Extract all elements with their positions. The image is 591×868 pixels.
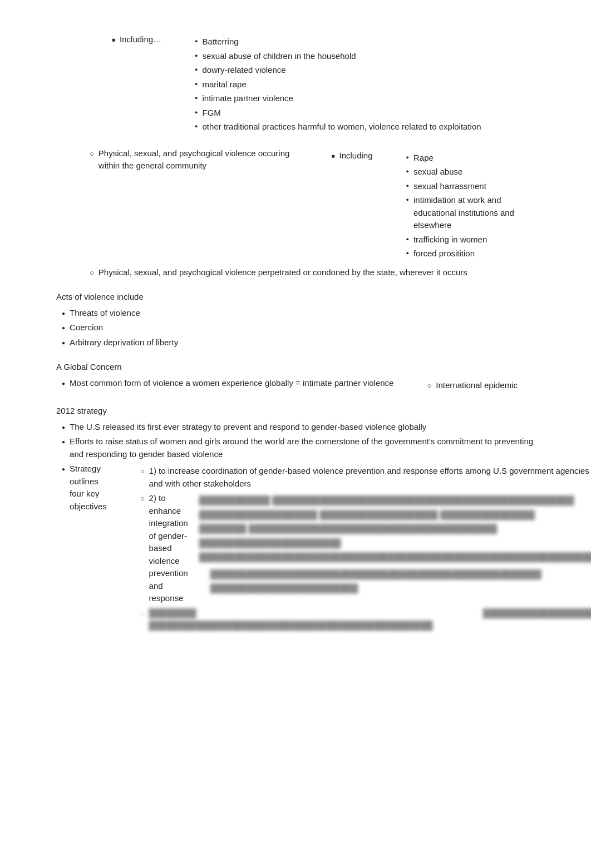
l1-bullet-item: sexual abuse of children in the househol… — [184, 50, 481, 63]
strategy-section: 2012 strategy The U.S released its first… — [56, 405, 535, 634]
strategy-sub-text: 1) to increase coordination of gender-ba… — [149, 465, 591, 490]
strategy-list-item: Efforts to raise status of women and gir… — [56, 435, 535, 460]
including-square-2: Including Rapesexual abusesexual harrass… — [298, 150, 535, 264]
l2-bullet-text: Rape — [413, 152, 434, 165]
strategy-item-text: Strategy outlines four key objectives — [70, 463, 107, 513]
l1-bullet-item: other traditional practices harmful to w… — [184, 121, 481, 133]
including-item: Including… Batterringsexual abuse of chi… — [101, 33, 535, 135]
l2-bullet-item: trafficking in women — [395, 234, 535, 246]
l1-bullet-item: intimate partner violence — [184, 92, 481, 105]
global-title: A Global Concern — [56, 361, 535, 374]
circle-list-1: Physical, sexual, and psychogical violen… — [78, 147, 535, 279]
l1-bullet-text: intimate partner violence — [203, 92, 293, 105]
l1-bullet-item: marital rape — [184, 78, 481, 91]
l1-bullet-item: dowry-related violence — [184, 64, 481, 77]
blurred-list-item: ████████ ███████████████████████████████… — [129, 607, 591, 632]
including-square-list: Including… Batterringsexual abuse of chi… — [101, 33, 535, 135]
strategy-title: 2012 strategy — [56, 405, 535, 418]
circle-item-2: Physical, sexual, and psychogical violen… — [78, 266, 535, 279]
including-label-2: Including — [339, 150, 372, 162]
level2-bullet-list: Rapesexual abusesexual harrassmentintimi… — [373, 152, 535, 262]
l2-bullet-text: sexual abuse — [413, 166, 462, 178]
global-sub-text: International epidemic — [436, 379, 518, 392]
l1-bullet-text: FGM — [203, 107, 221, 120]
l1-bullet-text: other traditional practices harmful to w… — [203, 121, 481, 133]
l2-bullet-text: intimidation at work and educational ins… — [413, 194, 535, 232]
l2-bullet-item: Rape — [395, 152, 535, 165]
circle-item-1: Physical, sexual, and psychogical violen… — [78, 147, 535, 264]
circle-section-1: Physical, sexual, and psychogical violen… — [56, 147, 535, 279]
l2-bullet-text: forced prositition — [413, 247, 475, 260]
l1-bullet-text: dowry-related violence — [203, 64, 286, 77]
l2-bullet-text: sexual harrassment — [413, 180, 486, 193]
including-bullet-list: Batterringsexual abuse of children in th… — [161, 36, 481, 135]
global-sub-list: International epidemic — [393, 379, 518, 394]
strategy-sub-item: 1) to increase coordination of gender-ba… — [129, 465, 591, 490]
acts-item-text: Arbitrary deprivation of liberty — [70, 336, 178, 349]
circle-label-1: Physical, sexual, and psychogical violen… — [98, 147, 298, 172]
l1-bullet-item: FGM — [184, 107, 481, 120]
document-content: Including… Batterringsexual abuse of chi… — [56, 33, 535, 634]
strategy-list-item: Strategy outlines four key objectives1) … — [56, 463, 535, 634]
strategy-item-text: Efforts to raise status of women and gir… — [70, 435, 535, 460]
including-section: Including… Batterringsexual abuse of chi… — [56, 33, 535, 135]
acts-list: Threats of violenceCoercionArbitrary dep… — [56, 307, 535, 349]
including-item-2: Including Rapesexual abusesexual harrass… — [320, 150, 535, 262]
strategy-sub-list: 1) to increase coordination of gender-ba… — [107, 465, 591, 634]
acts-item-text: Threats of violence — [70, 307, 140, 320]
acts-list-item: Coercion — [56, 321, 535, 334]
strategy-list-item: The U.S released its first ever strategy… — [56, 421, 535, 434]
l2-bullet-text: trafficking in women — [413, 234, 487, 246]
l1-bullet-text: Batterring — [203, 36, 239, 48]
global-sub-item: International epidemic — [416, 379, 518, 392]
including-label: Including… — [120, 33, 161, 46]
strategy-item-text: The U.S released its first ever strategy… — [70, 421, 426, 434]
l2-bullet-item: sexual harrassment — [395, 180, 535, 193]
acts-section: Acts of violence include Threats of viol… — [56, 291, 535, 349]
global-list: Most common form of violence a women exp… — [56, 377, 535, 394]
l1-bullet-item: Batterring — [184, 36, 481, 48]
circle-label-2: Physical, sexual, and psychogical violen… — [98, 266, 467, 279]
l1-bullet-text: marital rape — [203, 78, 247, 91]
l2-bullet-item: forced prositition — [395, 247, 535, 260]
strategy-sub-item: 2) to enhance integration of gender-base… — [129, 492, 591, 605]
global-item-1: Most common form of violence a women exp… — [56, 377, 535, 394]
l2-bullet-item: intimidation at work and educational ins… — [395, 194, 535, 232]
blurred-content: ████████████ ███████████████████████████… — [188, 494, 591, 597]
global-text-1: Most common form of violence a women exp… — [70, 377, 393, 390]
strategy-list: The U.S released its first ever strategy… — [56, 421, 535, 634]
acts-list-item: Arbitrary deprivation of liberty — [56, 336, 535, 349]
l2-bullet-item: sexual abuse — [395, 166, 535, 178]
acts-list-item: Threats of violence — [56, 307, 535, 320]
blurred-text: ████████ ███████████████████████████████… — [149, 607, 472, 632]
l1-bullet-text: sexual abuse of children in the househol… — [203, 50, 356, 63]
global-section: A Global Concern Most common form of vio… — [56, 361, 535, 394]
acts-item-text: Coercion — [70, 321, 103, 334]
acts-title: Acts of violence include — [56, 291, 535, 304]
strategy-sub-text: 2) to enhance integration of gender-base… — [149, 492, 188, 605]
blurred-sub: ████████████████████ — [472, 607, 591, 620]
